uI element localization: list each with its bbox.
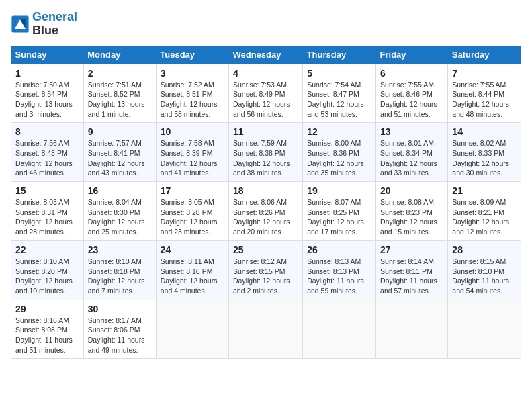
calendar-cell: 25 Sunrise: 8:12 AM Sunset: 8:15 PM Dayl… [228, 240, 302, 300]
calendar-cell: 16 Sunrise: 8:04 AM Sunset: 8:30 PM Dayl… [83, 182, 156, 241]
day-number: 8 [15, 126, 79, 137]
day-info: Sunrise: 7:56 AM Sunset: 8:43 PM Dayligh… [15, 138, 79, 178]
day-number: 15 [15, 185, 79, 196]
calendar-cell: 2 Sunrise: 7:51 AM Sunset: 8:52 PM Dayli… [83, 64, 156, 123]
day-number: 1 [15, 68, 79, 79]
day-number: 19 [307, 185, 371, 196]
calendar-cell [448, 300, 521, 359]
day-number: 22 [15, 244, 79, 255]
calendar-cell: 24 Sunrise: 8:11 AM Sunset: 8:16 PM Dayl… [156, 240, 228, 300]
calendar-cell [303, 300, 376, 359]
calendar-cell: 19 Sunrise: 8:07 AM Sunset: 8:25 PM Dayl… [303, 182, 376, 241]
day-info: Sunrise: 8:03 AM Sunset: 8:31 PM Dayligh… [15, 197, 79, 237]
day-number: 4 [233, 68, 298, 79]
day-info: Sunrise: 8:10 AM Sunset: 8:20 PM Dayligh… [15, 257, 79, 296]
day-info: Sunrise: 7:55 AM Sunset: 8:46 PM Dayligh… [380, 80, 443, 120]
logo: GeneralBlue [11, 11, 77, 38]
day-number: 9 [88, 126, 152, 137]
calendar-cell: 3 Sunrise: 7:52 AM Sunset: 8:51 PM Dayli… [156, 64, 228, 123]
day-number: 30 [88, 304, 152, 314]
day-info: Sunrise: 8:15 AM Sunset: 8:10 PM Dayligh… [452, 257, 517, 296]
day-info: Sunrise: 8:16 AM Sunset: 8:08 PM Dayligh… [15, 316, 79, 355]
calendar-cell: 8 Sunrise: 7:56 AM Sunset: 8:43 PM Dayli… [11, 123, 84, 182]
day-info: Sunrise: 8:13 AM Sunset: 8:13 PM Dayligh… [307, 257, 371, 296]
day-number: 24 [161, 244, 224, 255]
day-number: 17 [161, 185, 224, 196]
calendar-cell: 1 Sunrise: 7:50 AM Sunset: 8:54 PM Dayli… [11, 64, 84, 123]
day-number: 16 [88, 185, 152, 196]
calendar-cell: 9 Sunrise: 7:57 AM Sunset: 8:41 PM Dayli… [83, 123, 156, 182]
day-info: Sunrise: 7:51 AM Sunset: 8:52 PM Dayligh… [88, 80, 152, 120]
page-header: GeneralBlue [11, 11, 521, 38]
day-number: 27 [380, 244, 443, 255]
day-info: Sunrise: 7:57 AM Sunset: 8:41 PM Dayligh… [88, 138, 152, 178]
day-of-week-header: Wednesday [228, 46, 302, 64]
day-info: Sunrise: 8:04 AM Sunset: 8:30 PM Dayligh… [88, 197, 152, 237]
calendar-cell: 29 Sunrise: 8:16 AM Sunset: 8:08 PM Dayl… [11, 300, 84, 359]
calendar-cell: 7 Sunrise: 7:55 AM Sunset: 8:44 PM Dayli… [448, 64, 521, 123]
day-of-week-header: Friday [376, 46, 448, 64]
calendar-cell: 26 Sunrise: 8:13 AM Sunset: 8:13 PM Dayl… [303, 240, 376, 300]
calendar-cell: 10 Sunrise: 7:58 AM Sunset: 8:39 PM Dayl… [156, 123, 228, 182]
day-number: 2 [88, 68, 152, 79]
day-of-week-header: Monday [83, 46, 156, 64]
day-info: Sunrise: 7:54 AM Sunset: 8:47 PM Dayligh… [307, 80, 371, 120]
day-info: Sunrise: 7:50 AM Sunset: 8:54 PM Dayligh… [15, 80, 79, 120]
calendar-cell: 15 Sunrise: 8:03 AM Sunset: 8:31 PM Dayl… [11, 182, 84, 241]
calendar-cell: 4 Sunrise: 7:53 AM Sunset: 8:49 PM Dayli… [228, 64, 302, 123]
day-number: 5 [307, 68, 371, 79]
calendar-cell: 11 Sunrise: 7:59 AM Sunset: 8:38 PM Dayl… [228, 123, 302, 182]
day-number: 25 [233, 244, 298, 255]
day-info: Sunrise: 8:17 AM Sunset: 8:06 PM Dayligh… [88, 316, 152, 355]
day-number: 18 [233, 185, 298, 196]
day-number: 13 [380, 126, 443, 137]
day-number: 26 [307, 244, 371, 255]
day-info: Sunrise: 8:01 AM Sunset: 8:34 PM Dayligh… [380, 138, 443, 178]
day-number: 14 [452, 126, 517, 137]
calendar-cell: 14 Sunrise: 8:02 AM Sunset: 8:33 PM Dayl… [448, 123, 521, 182]
day-info: Sunrise: 8:05 AM Sunset: 8:28 PM Dayligh… [161, 197, 224, 237]
day-number: 6 [380, 68, 443, 79]
calendar-cell [376, 300, 448, 359]
calendar-cell: 27 Sunrise: 8:14 AM Sunset: 8:11 PM Dayl… [376, 240, 448, 300]
calendar-cell: 18 Sunrise: 8:06 AM Sunset: 8:26 PM Dayl… [228, 182, 302, 241]
day-number: 12 [307, 126, 371, 137]
day-number: 20 [380, 185, 443, 196]
calendar-cell: 13 Sunrise: 8:01 AM Sunset: 8:34 PM Dayl… [376, 123, 448, 182]
calendar-cell: 22 Sunrise: 8:10 AM Sunset: 8:20 PM Dayl… [11, 240, 84, 300]
day-of-week-header: Sunday [11, 46, 84, 64]
calendar-cell: 30 Sunrise: 8:17 AM Sunset: 8:06 PM Dayl… [83, 300, 156, 359]
day-number: 10 [161, 126, 224, 137]
day-number: 23 [88, 244, 152, 255]
day-info: Sunrise: 7:58 AM Sunset: 8:39 PM Dayligh… [161, 138, 224, 178]
logo-icon [11, 15, 30, 34]
day-info: Sunrise: 8:11 AM Sunset: 8:16 PM Dayligh… [161, 257, 224, 296]
day-info: Sunrise: 8:08 AM Sunset: 8:23 PM Dayligh… [380, 197, 443, 237]
day-number: 29 [15, 304, 79, 314]
day-info: Sunrise: 8:07 AM Sunset: 8:25 PM Dayligh… [307, 197, 371, 237]
day-of-week-header: Saturday [448, 46, 521, 64]
day-info: Sunrise: 8:02 AM Sunset: 8:33 PM Dayligh… [452, 138, 517, 178]
day-info: Sunrise: 8:10 AM Sunset: 8:18 PM Dayligh… [88, 257, 152, 296]
day-of-week-header: Tuesday [156, 46, 228, 64]
calendar-cell: 28 Sunrise: 8:15 AM Sunset: 8:10 PM Dayl… [448, 240, 521, 300]
calendar-cell: 12 Sunrise: 8:00 AM Sunset: 8:36 PM Dayl… [303, 123, 376, 182]
day-info: Sunrise: 8:00 AM Sunset: 8:36 PM Dayligh… [307, 138, 371, 178]
calendar-cell: 21 Sunrise: 8:09 AM Sunset: 8:21 PM Dayl… [448, 182, 521, 241]
day-number: 11 [233, 126, 298, 137]
calendar-cell [156, 300, 228, 359]
calendar-cell [228, 300, 302, 359]
day-number: 3 [161, 68, 224, 79]
calendar-table: SundayMondayTuesdayWednesdayThursdayFrid… [11, 46, 521, 359]
day-number: 21 [452, 185, 517, 196]
day-info: Sunrise: 8:06 AM Sunset: 8:26 PM Dayligh… [233, 197, 298, 237]
calendar-cell: 6 Sunrise: 7:55 AM Sunset: 8:46 PM Dayli… [376, 64, 448, 123]
day-info: Sunrise: 8:14 AM Sunset: 8:11 PM Dayligh… [380, 257, 443, 296]
day-number: 7 [452, 68, 517, 79]
day-info: Sunrise: 7:52 AM Sunset: 8:51 PM Dayligh… [161, 80, 224, 120]
day-number: 28 [452, 244, 517, 255]
day-info: Sunrise: 8:09 AM Sunset: 8:21 PM Dayligh… [452, 197, 517, 237]
calendar-cell: 23 Sunrise: 8:10 AM Sunset: 8:18 PM Dayl… [83, 240, 156, 300]
logo-text: GeneralBlue [32, 11, 77, 38]
day-info: Sunrise: 7:55 AM Sunset: 8:44 PM Dayligh… [452, 80, 517, 120]
